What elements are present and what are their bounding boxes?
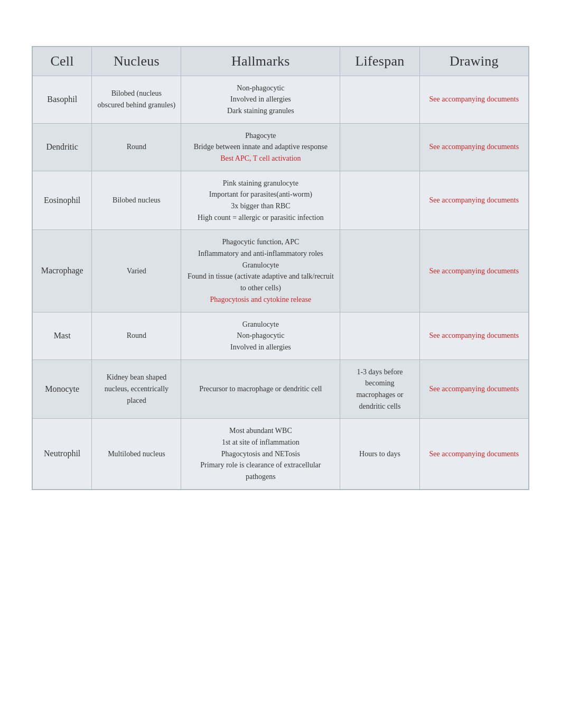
header-hallmarks: Hallmarks: [181, 47, 340, 76]
hallmarks-value: GranulocyteNon-phagocyticInvolved in all…: [181, 312, 340, 360]
drawing-value: See accompanying documents: [419, 312, 529, 360]
drawing-value: See accompanying documents: [419, 360, 529, 419]
nucleus-value: Round: [92, 123, 181, 171]
lifespan-value: [340, 76, 419, 123]
drawing-value: See accompanying documents: [419, 419, 529, 490]
lifespan-value: [340, 123, 419, 171]
header-cell: Cell: [32, 47, 92, 76]
cell-name: Neutrophil: [32, 419, 92, 490]
drawing-value: See accompanying documents: [419, 230, 529, 312]
nucleus-value: Bilobed (nucleus obscured behind granule…: [92, 76, 181, 123]
hallmarks-value: Most abundant WBC1st at site of inflamma…: [181, 419, 340, 490]
drawing-value: See accompanying documents: [419, 123, 529, 171]
header-drawing: Drawing: [419, 47, 529, 76]
table-row: EosinophilBilobed nucleusPink staining g…: [32, 171, 529, 230]
cell-name: Eosinophil: [32, 171, 92, 230]
cell-name: Mast: [32, 312, 92, 360]
table-row: DendriticRoundPhagocyteBridge between in…: [32, 123, 529, 171]
cell-table: Cell Nucleus Hallmarks Lifespan Drawing …: [32, 46, 529, 490]
cell-name: Macrophage: [32, 230, 92, 312]
header-nucleus: Nucleus: [92, 47, 181, 76]
lifespan-value: [340, 230, 419, 312]
hallmarks-value: Precursor to macrophage or dendritic cel…: [181, 360, 340, 419]
table-row: NeutrophilMultilobed nucleusMost abundan…: [32, 419, 529, 490]
hallmarks-value: Phagocytic function, APCInflammatory and…: [181, 230, 340, 312]
table-row: MastRoundGranulocyteNon-phagocyticInvolv…: [32, 312, 529, 360]
nucleus-value: Kidney bean shaped nucleus, eccentricall…: [92, 360, 181, 419]
hallmarks-value: Pink staining granulocyteImportant for p…: [181, 171, 340, 230]
header-lifespan: Lifespan: [340, 47, 419, 76]
lifespan-value: Hours to days: [340, 419, 419, 490]
nucleus-value: Multilobed nucleus: [92, 419, 181, 490]
cell-name: Basophil: [32, 76, 92, 123]
lifespan-value: [340, 171, 419, 230]
lifespan-value: 1-3 days before becoming macrophages or …: [340, 360, 419, 419]
nucleus-value: Bilobed nucleus: [92, 171, 181, 230]
intro-section: [32, 21, 529, 33]
hallmarks-value: Non-phagocyticInvolved in allergiesDark …: [181, 76, 340, 123]
nucleus-value: Round: [92, 312, 181, 360]
table-row: BasophilBilobed (nucleus obscured behind…: [32, 76, 529, 123]
cell-name: Monocyte: [32, 360, 92, 419]
nucleus-value: Varied: [92, 230, 181, 312]
hallmarks-value: PhagocyteBridge between innate and adapt…: [181, 123, 340, 171]
lifespan-value: [340, 312, 419, 360]
cell-name: Dendritic: [32, 123, 92, 171]
drawing-value: See accompanying documents: [419, 76, 529, 123]
table-header-row: Cell Nucleus Hallmarks Lifespan Drawing: [32, 47, 529, 76]
table-row: MacrophageVariedPhagocytic function, APC…: [32, 230, 529, 312]
drawing-value: See accompanying documents: [419, 171, 529, 230]
table-row: MonocyteKidney bean shaped nucleus, ecce…: [32, 360, 529, 419]
